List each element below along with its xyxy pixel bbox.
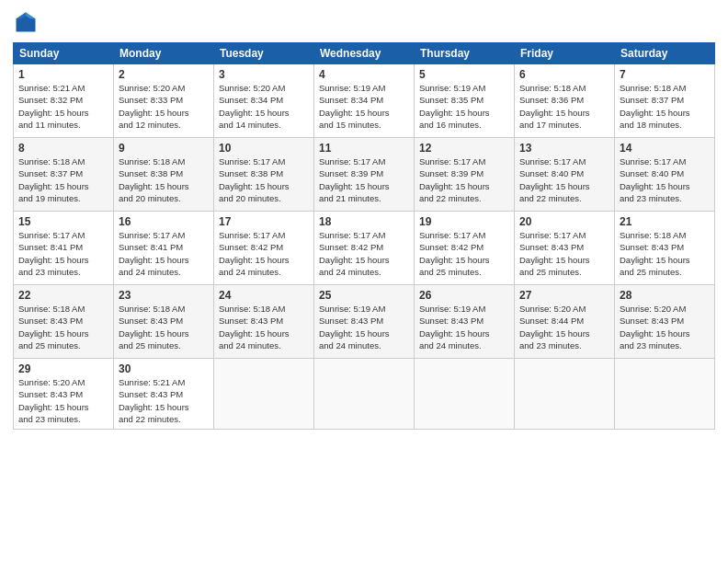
calendar-week-0: 1Sunrise: 5:21 AM Sunset: 8:32 PM Daylig… xyxy=(14,64,715,138)
weekday-header-tuesday: Tuesday xyxy=(214,43,314,64)
day-info: Sunrise: 5:19 AM Sunset: 8:34 PM Dayligh… xyxy=(319,82,409,131)
calendar-day: 27Sunrise: 5:20 AM Sunset: 8:44 PM Dayli… xyxy=(515,285,615,359)
day-number: 19 xyxy=(419,215,509,228)
day-number: 10 xyxy=(219,142,309,155)
day-info: Sunrise: 5:19 AM Sunset: 8:43 PM Dayligh… xyxy=(419,303,509,351)
calendar-day: 2Sunrise: 5:20 AM Sunset: 8:33 PM Daylig… xyxy=(114,64,214,138)
calendar-day: 17Sunrise: 5:17 AM Sunset: 8:42 PM Dayli… xyxy=(214,212,314,285)
calendar-day: 14Sunrise: 5:17 AM Sunset: 8:40 PM Dayli… xyxy=(615,138,715,212)
calendar-day: 24Sunrise: 5:18 AM Sunset: 8:43 PM Dayli… xyxy=(214,285,314,359)
day-number: 5 xyxy=(419,68,509,81)
day-number: 18 xyxy=(319,215,409,228)
day-number: 22 xyxy=(18,289,108,302)
day-number: 1 xyxy=(18,68,108,81)
day-info: Sunrise: 5:21 AM Sunset: 8:43 PM Dayligh… xyxy=(119,376,209,425)
calendar-day: 9Sunrise: 5:18 AM Sunset: 8:38 PM Daylig… xyxy=(114,138,214,212)
day-info: Sunrise: 5:17 AM Sunset: 8:42 PM Dayligh… xyxy=(419,229,509,278)
day-number: 11 xyxy=(319,142,409,155)
day-number: 2 xyxy=(119,68,209,81)
day-info: Sunrise: 5:17 AM Sunset: 8:40 PM Dayligh… xyxy=(519,155,609,204)
day-info: Sunrise: 5:17 AM Sunset: 8:39 PM Dayligh… xyxy=(419,155,509,204)
day-info: Sunrise: 5:17 AM Sunset: 8:41 PM Dayligh… xyxy=(18,229,108,278)
calendar-header-row: SundayMondayTuesdayWednesdayThursdayFrid… xyxy=(14,43,715,64)
day-number: 20 xyxy=(519,215,609,228)
day-number: 30 xyxy=(119,362,209,375)
calendar-day: 11Sunrise: 5:17 AM Sunset: 8:39 PM Dayli… xyxy=(314,138,415,212)
calendar-day: 6Sunrise: 5:18 AM Sunset: 8:36 PM Daylig… xyxy=(515,64,615,138)
calendar-day: 3Sunrise: 5:20 AM Sunset: 8:34 PM Daylig… xyxy=(214,64,314,138)
day-info: Sunrise: 5:20 AM Sunset: 8:43 PM Dayligh… xyxy=(620,303,710,351)
calendar-day: 22Sunrise: 5:18 AM Sunset: 8:43 PM Dayli… xyxy=(14,285,114,359)
day-number: 21 xyxy=(620,215,710,228)
calendar-day: 15Sunrise: 5:17 AM Sunset: 8:41 PM Dayli… xyxy=(14,212,114,285)
day-number: 27 xyxy=(519,289,609,302)
day-number: 28 xyxy=(620,289,710,302)
day-info: Sunrise: 5:20 AM Sunset: 8:33 PM Dayligh… xyxy=(119,82,209,131)
day-info: Sunrise: 5:18 AM Sunset: 8:36 PM Dayligh… xyxy=(519,82,609,131)
calendar-day: 30Sunrise: 5:21 AM Sunset: 8:43 PM Dayli… xyxy=(114,359,214,430)
day-info: Sunrise: 5:20 AM Sunset: 8:43 PM Dayligh… xyxy=(18,376,108,425)
calendar-day: 29Sunrise: 5:20 AM Sunset: 8:43 PM Dayli… xyxy=(14,359,114,430)
calendar-day xyxy=(314,359,415,430)
day-info: Sunrise: 5:18 AM Sunset: 8:43 PM Dayligh… xyxy=(620,229,710,278)
page: SundayMondayTuesdayWednesdayThursdayFrid… xyxy=(0,0,728,563)
day-number: 17 xyxy=(219,215,309,228)
calendar-day: 26Sunrise: 5:19 AM Sunset: 8:43 PM Dayli… xyxy=(415,285,515,359)
day-number: 9 xyxy=(119,142,209,155)
calendar-day: 5Sunrise: 5:19 AM Sunset: 8:35 PM Daylig… xyxy=(415,64,515,138)
weekday-header-wednesday: Wednesday xyxy=(314,43,415,64)
calendar-table: SundayMondayTuesdayWednesdayThursdayFrid… xyxy=(13,42,715,430)
calendar-day: 20Sunrise: 5:17 AM Sunset: 8:43 PM Dayli… xyxy=(515,212,615,285)
day-info: Sunrise: 5:17 AM Sunset: 8:40 PM Dayligh… xyxy=(620,155,710,204)
calendar-day: 19Sunrise: 5:17 AM Sunset: 8:42 PM Dayli… xyxy=(415,212,515,285)
day-info: Sunrise: 5:17 AM Sunset: 8:42 PM Dayligh… xyxy=(219,229,309,278)
calendar-day: 4Sunrise: 5:19 AM Sunset: 8:34 PM Daylig… xyxy=(314,64,415,138)
day-number: 3 xyxy=(219,68,309,81)
day-number: 23 xyxy=(119,289,209,302)
day-number: 26 xyxy=(419,289,509,302)
day-info: Sunrise: 5:17 AM Sunset: 8:42 PM Dayligh… xyxy=(319,229,409,278)
weekday-header-sunday: Sunday xyxy=(14,43,114,64)
calendar-day xyxy=(214,359,314,430)
calendar-day xyxy=(615,359,715,430)
calendar-day: 12Sunrise: 5:17 AM Sunset: 8:39 PM Dayli… xyxy=(415,138,515,212)
weekday-header-friday: Friday xyxy=(515,43,615,64)
day-info: Sunrise: 5:21 AM Sunset: 8:32 PM Dayligh… xyxy=(18,82,108,131)
day-info: Sunrise: 5:18 AM Sunset: 8:38 PM Dayligh… xyxy=(119,155,209,204)
day-number: 14 xyxy=(620,142,710,155)
calendar-week-1: 8Sunrise: 5:18 AM Sunset: 8:37 PM Daylig… xyxy=(14,138,715,212)
day-info: Sunrise: 5:18 AM Sunset: 8:43 PM Dayligh… xyxy=(119,303,209,351)
calendar-week-3: 22Sunrise: 5:18 AM Sunset: 8:43 PM Dayli… xyxy=(14,285,715,359)
calendar-day: 28Sunrise: 5:20 AM Sunset: 8:43 PM Dayli… xyxy=(615,285,715,359)
day-info: Sunrise: 5:18 AM Sunset: 8:37 PM Dayligh… xyxy=(620,82,710,131)
day-number: 7 xyxy=(620,68,710,81)
day-number: 24 xyxy=(219,289,309,302)
day-info: Sunrise: 5:18 AM Sunset: 8:43 PM Dayligh… xyxy=(18,303,108,351)
day-info: Sunrise: 5:20 AM Sunset: 8:34 PM Dayligh… xyxy=(219,82,309,131)
calendar-day xyxy=(515,359,615,430)
calendar-day: 13Sunrise: 5:17 AM Sunset: 8:40 PM Dayli… xyxy=(515,138,615,212)
calendar-day: 16Sunrise: 5:17 AM Sunset: 8:41 PM Dayli… xyxy=(114,212,214,285)
calendar-day: 25Sunrise: 5:19 AM Sunset: 8:43 PM Dayli… xyxy=(314,285,415,359)
calendar-day: 10Sunrise: 5:17 AM Sunset: 8:38 PM Dayli… xyxy=(214,138,314,212)
day-info: Sunrise: 5:20 AM Sunset: 8:44 PM Dayligh… xyxy=(519,303,609,351)
calendar-week-4: 29Sunrise: 5:20 AM Sunset: 8:43 PM Dayli… xyxy=(14,359,715,430)
day-number: 8 xyxy=(18,142,108,155)
logo-icon xyxy=(13,9,39,35)
weekday-header-saturday: Saturday xyxy=(615,43,715,64)
weekday-header-thursday: Thursday xyxy=(415,43,515,64)
day-number: 25 xyxy=(319,289,409,302)
day-number: 12 xyxy=(419,142,509,155)
day-number: 4 xyxy=(319,68,409,81)
day-info: Sunrise: 5:19 AM Sunset: 8:35 PM Dayligh… xyxy=(419,82,509,131)
calendar-day: 18Sunrise: 5:17 AM Sunset: 8:42 PM Dayli… xyxy=(314,212,415,285)
day-number: 6 xyxy=(519,68,609,81)
weekday-header-monday: Monday xyxy=(114,43,214,64)
day-number: 16 xyxy=(119,215,209,228)
logo xyxy=(13,9,42,35)
day-number: 29 xyxy=(18,362,108,375)
day-info: Sunrise: 5:17 AM Sunset: 8:38 PM Dayligh… xyxy=(219,155,309,204)
day-info: Sunrise: 5:17 AM Sunset: 8:39 PM Dayligh… xyxy=(319,155,409,204)
calendar-week-2: 15Sunrise: 5:17 AM Sunset: 8:41 PM Dayli… xyxy=(14,212,715,285)
day-info: Sunrise: 5:19 AM Sunset: 8:43 PM Dayligh… xyxy=(319,303,409,351)
